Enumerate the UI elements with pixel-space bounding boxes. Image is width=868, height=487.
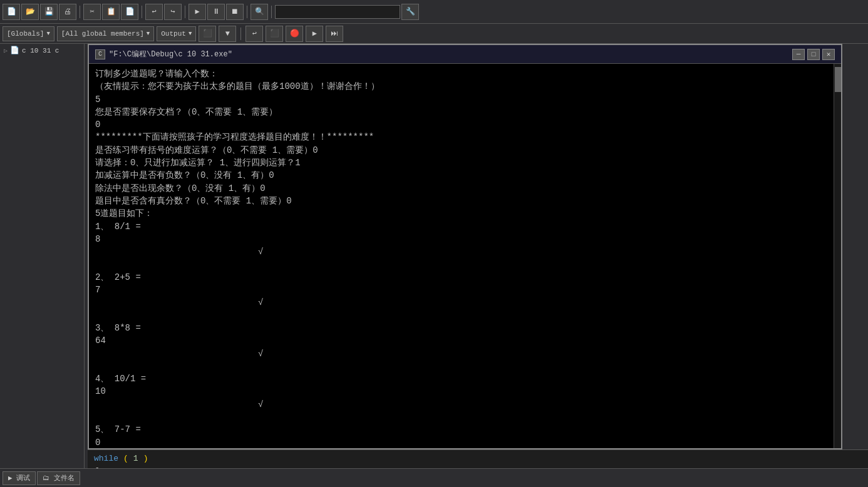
keyword-while: while [94, 453, 118, 465]
console-line-3: 5 [95, 93, 827, 106]
left-panel-tree-item[interactable]: ▷ 📄 c 10 31 c [0, 44, 84, 57]
console-line-5: 0 [95, 118, 827, 131]
console-title-icon: C [95, 49, 105, 59]
bottom-tabs: ▶ 调试 🗂 文件名 [0, 468, 868, 487]
toolbar2-btn1[interactable]: ⬛ [199, 26, 216, 42]
toolbar-copy-btn[interactable]: 📋 [102, 4, 120, 20]
console-line-13: 1、 8/1 = [95, 220, 827, 233]
code-line-1: while ( 1 ) [94, 453, 862, 465]
toolbar-run-btn[interactable]: ▶ [189, 4, 206, 20]
console-content-area: 订制多少道题呢？请输入个数： （友情提示：您不要为孩子出太多的题目（最多1000… [89, 64, 841, 448]
toolbar-save-btn[interactable]: 💾 [40, 4, 58, 20]
toolbar-cut-btn[interactable]: ✂ [83, 4, 101, 20]
console-line-14: 8 [95, 233, 827, 245]
console-line-blank1 [95, 258, 827, 270]
console-line-blank4 [95, 411, 827, 423]
toolbar-sep2 [142, 6, 142, 18]
all-global-members-label: [All global members] [61, 30, 144, 38]
output-label: Output [161, 30, 186, 38]
output-arrow: ▼ [189, 31, 192, 37]
globals-dropdown[interactable]: [Globals] ▼ [3, 26, 54, 41]
console-line-25: 5、 7-7 = [95, 423, 827, 436]
console-line-10: 除法中是否出现余数？（0、没有 1、有）0 [95, 182, 827, 195]
bottom-tab-files[interactable]: 🗂 文件名 [37, 471, 80, 485]
console-line-22: 4、 10/1 = [95, 372, 827, 385]
num-1: 1 [133, 453, 138, 465]
console-close-btn[interactable]: ✕ [822, 49, 835, 60]
console-line-18: √ [95, 296, 827, 309]
toolbar-sep4 [247, 6, 247, 18]
console-titlebar: C "F:\C编程\Debug\c 10 31.exe" ─ □ ✕ [89, 45, 841, 64]
expand-icon: ▷ [4, 47, 8, 54]
console-line-7: 是否练习带有括号的难度运算？（0、不需要 1、需要）0 [95, 144, 827, 156]
console-line-16: 2、 2+5 = [95, 271, 827, 284]
toolbar2-btn5[interactable]: 🔴 [286, 26, 303, 42]
toolbar2: [Globals] ▼ [All global members] ▼ Outpu… [0, 24, 868, 44]
toolbar-sep3 [185, 6, 185, 18]
console-line-blank2 [95, 309, 827, 322]
bottom-tab-debug-label: ▶ 调试 [8, 473, 30, 483]
bottom-tab-files-label: 🗂 文件名 [43, 473, 75, 483]
toolbar-sep5 [271, 6, 272, 18]
output-dropdown[interactable]: Output ▼ [157, 26, 196, 41]
tree-item-label: c 10 31 c [22, 47, 59, 54]
console-line-1: 订制多少道题呢？请输入个数： [95, 68, 827, 80]
globals-label: [Globals] [7, 30, 44, 38]
console-line-17: 7 [95, 284, 827, 296]
console-line-24: √ [95, 398, 827, 411]
console-line-23: 10 [95, 385, 827, 397]
bottom-tab-debug[interactable]: ▶ 调试 [3, 471, 36, 485]
console-body[interactable]: 订制多少道题呢？请输入个数： （友情提示：您不要为孩子出太多的题目（最多1000… [89, 64, 834, 448]
console-line-9: 加减运算中是否有负数？（0、没有 1、有）0 [95, 169, 827, 182]
console-line-11: 题目中是否含有真分数？（0、不需要 1、需要）0 [95, 195, 827, 207]
toolbar2-btn4[interactable]: ⬛ [266, 26, 283, 42]
console-line-21: √ [95, 347, 827, 360]
toolbar2-sep1 [240, 28, 241, 40]
toolbar-print-btn[interactable]: 🖨 [59, 4, 76, 20]
toolbar2-btn3[interactable]: ↩ [245, 26, 263, 42]
all-global-members-dropdown[interactable]: [All global members] ▼ [57, 26, 154, 41]
console-minimize-btn[interactable]: ─ [792, 49, 805, 60]
console-line-19: 3、 8*8 = [95, 322, 827, 334]
left-panel: ▷ 📄 c 10 31 c [0, 44, 85, 487]
console-line-15: √ [95, 245, 827, 258]
toolbar-extra-btn[interactable]: 🔧 [401, 4, 419, 20]
paren-open: ( [123, 453, 128, 465]
all-global-members-arrow: ▼ [147, 31, 150, 37]
console-title-text: "F:\C编程\Debug\c 10 31.exe" [109, 49, 232, 59]
console-title-area: C "F:\C编程\Debug\c 10 31.exe" [95, 49, 232, 59]
toolbar-paste-btn[interactable]: 📄 [121, 4, 138, 20]
console-controls: ─ □ ✕ [792, 49, 835, 60]
console-line-12: 5道题目如下： [95, 207, 827, 220]
toolbar2-btn6[interactable]: ▶ [306, 26, 323, 42]
globals-arrow: ▼ [46, 31, 49, 37]
console-line-6: *********下面请按照孩子的学习程度选择题目的难度！！********* [95, 131, 827, 143]
toolbar-sep1 [80, 6, 80, 18]
file-icon: 📄 [10, 46, 19, 55]
toolbar2-btn7[interactable]: ⏭ [326, 26, 343, 42]
console-line-blank3 [95, 360, 827, 372]
console-scroll-thumb [835, 67, 841, 92]
toolbar2-btn2[interactable]: ▼ [219, 26, 236, 42]
toolbar-pause-btn[interactable]: ⏸ [207, 4, 225, 20]
toolbar-search-input[interactable] [275, 5, 400, 19]
console-line-26: 0 [95, 436, 827, 448]
console-line-4: 您是否需要保存文档？（0、不需要 1、需要） [95, 106, 827, 118]
console-window: C "F:\C编程\Debug\c 10 31.exe" ─ □ ✕ 订制多少道… [88, 44, 842, 449]
console-scrollbar[interactable] [834, 64, 841, 448]
console-line-2: （友情提示：您不要为孩子出太多的题目（最多1000道）！谢谢合作！） [95, 80, 827, 93]
toolbar-redo-btn[interactable]: ↪ [164, 4, 182, 20]
console-line-8: 请选择：0、只进行加减运算？ 1、进行四则运算？1 [95, 156, 827, 169]
toolbar-open-btn[interactable]: 📂 [21, 4, 39, 20]
toolbar: 📄 📂 💾 🖨 ✂ 📋 📄 ↩ ↪ ▶ ⏸ ⏹ 🔍 🔧 [0, 0, 868, 24]
toolbar-stop-btn[interactable]: ⏹ [226, 4, 244, 20]
toolbar-undo-btn[interactable]: ↩ [145, 4, 163, 20]
paren-close: ) [143, 453, 148, 465]
toolbar-new-btn[interactable]: 📄 [3, 4, 20, 20]
console-maximize-btn[interactable]: □ [807, 49, 820, 60]
toolbar-find-btn[interactable]: 🔍 [251, 4, 268, 20]
console-line-20: 64 [95, 334, 827, 347]
